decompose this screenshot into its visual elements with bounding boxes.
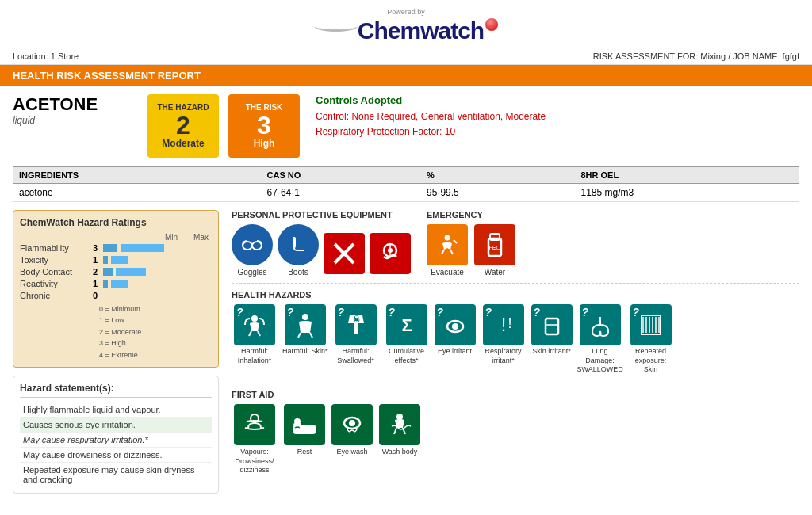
hazard-boxes: THE HAZARD 2 Moderate THE RISK 3 High [147,94,300,158]
rating-value: 2 [87,267,103,277]
controls-text: Control: None Required, General ventilat… [316,109,799,139]
ppe-wave-block [370,233,411,277]
risk-assessment-info: RISK ASSESSMENT FOR: Mixing / JOB NAME: … [593,52,799,61]
col-oel: 8HR OEL [574,166,799,184]
hh-skin-irritant-block: ? Skin irritant* [531,304,573,375]
risk-assessment-label: RISK ASSESSMENT FOR: [593,52,698,61]
risk-box-level: High [254,138,275,149]
ppe-goggles-icon [232,224,273,265]
svg-point-15 [302,314,308,320]
svg-point-7 [388,248,393,253]
emergency-title: EMERGENCY [427,210,515,219]
hh-cumulative-label: Cumulative effects* [384,347,430,365]
ppe-boots-icon [278,224,319,265]
hh-cumulative-icon: ? Σ [386,304,427,345]
svg-text:!: ! [500,314,506,335]
rating-label: Body Contact [20,267,87,277]
svg-point-19 [452,323,458,330]
hazard-stmt-3: May cause respiratory irritation.* [20,433,212,448]
hh-eye-block: ? Eye irritant [435,304,476,375]
ppe-goggles-block: Goggles [232,224,273,277]
rating-label: Toxicity [20,255,87,265]
chemical-form: liquid [13,115,132,126]
ingredient-percent: 95-99.5 [420,184,574,202]
min-label: Min [165,233,178,242]
col-cas: CAS NO [261,166,421,184]
fa-washbody-block: Wash body [379,404,420,475]
hh-skin-block: ? Harmful: Skin* [282,304,328,375]
fa-eyewash-block: Eye wash [331,404,373,475]
fa-washbody-label: Wash body [382,448,418,457]
hh-skin-label: Harmful: Skin* [282,347,328,357]
ppe-wave-icon [370,233,411,274]
fa-vapours-label: Vapours: Drowsiness/ dizziness [232,448,278,475]
emergency-evacuate-icon [427,224,468,265]
ingredient-oel: 1185 mg/m3 [574,184,799,202]
rating-row-flammability: Flammability 3 [20,243,212,253]
location-info: Location: 1 Store [13,52,79,61]
chemical-name-block: ACETONE liquid [13,94,132,126]
left-panel: ChemWatch Hazard Ratings Min Max Flammab… [13,210,219,494]
report-title: HEALTH RISK ASSESSMENT REPORT [13,70,201,82]
svg-text:H₂O: H₂O [489,244,501,251]
rpf-value: 10 [445,126,455,137]
hazard-stmt-1: Highly flammable liquid and vapour. [20,402,212,418]
fa-eyewash-icon [331,404,373,445]
rating-bar-container [103,268,212,276]
emergency-water-block: H₂O Water [474,224,515,277]
hh-cumulative-block: ? Σ Cumulative effects* [384,304,430,375]
health-hazard-icons: ? Harmful: Inhalation* ? Harmful: Skin* [232,304,799,375]
hazard-box-level: Moderate [162,138,204,149]
rpf-label: Respiratory Protection Factor: [316,126,442,137]
hh-skin-irritant-icon: ? [531,304,573,345]
control-value: None Required, General ventilation, Mode… [351,111,546,122]
first-aid-icons: Vapours: Drowsiness/ dizziness Rest Eye … [232,404,799,475]
logo-name: Chemwatch [358,17,484,44]
hh-eye-icon: ? [435,304,476,345]
hh-repeated-block: ? Repeated exposure: Skin [628,304,674,375]
lower-section: ChemWatch Hazard Ratings Min Max Flammab… [13,210,799,494]
ppe-title: PERSONAL PROTECTIVE EQUIPMENT [232,210,411,219]
hh-inhalation-label: Harmful: Inhalation* [232,347,278,365]
hazard-ratings-box: ChemWatch Hazard Ratings Min Max Flammab… [13,210,219,368]
svg-point-30 [349,420,355,426]
rating-bar-max [116,268,146,276]
hazard-statement-box: Hazard statement(s): Highly flammable li… [13,376,219,494]
hh-repeated-icon: ? [630,304,672,345]
rating-bar-min [103,244,117,252]
health-hazards-section: HEALTH HAZARDS ? Harmful: Inhalation* ? [232,290,799,375]
table-row: acetone 67-64-1 95-99.5 1185 mg/m3 [13,184,799,202]
risk-assessment-value: Mixing / JOB NAME: fgfgf [700,52,799,61]
hazard-statement-title: Hazard statement(s): [20,383,212,398]
risk-box: THE RISK 3 High [228,94,300,158]
hazard-stmt-4: May cause drowsiness or dizziness. [20,448,212,463]
emergency-section: EMERGENCY Evacuate H₂O Water [427,210,515,277]
ingredient-name: acetone [13,184,261,202]
fa-rest-icon [284,404,325,445]
ppe-boots-block: Boots [278,224,319,277]
fa-rest-label: Rest [297,448,312,457]
hh-repeated-label: Repeated exposure: Skin [628,347,674,375]
hazard-box-number: 2 [176,113,190,138]
hh-lung-label: Lung Damage: SWALLOWED [577,347,623,375]
controls-title: Controls Adopted [316,94,799,106]
max-label: Max [193,233,209,242]
rating-bar-min [103,256,108,264]
svg-point-31 [396,414,403,420]
svg-point-28 [294,418,301,425]
rating-bar-min [103,280,108,288]
rating-label: Reactivity [20,279,87,288]
hazard-stmt-5: Repeated exposure may cause skin dryness… [20,463,212,486]
rating-bar-max [121,244,164,252]
hh-lung-icon: ? [580,304,621,345]
hh-respiratory-label: Respiratory irritant* [481,347,527,365]
fa-vapours-icon [234,404,275,445]
health-hazards-title: HEALTH HAZARDS [232,290,799,299]
ppe-section: PERSONAL PROTECTIVE EQUIPMENT Goggles [232,210,411,277]
hh-swallowed-block: ? ☠ Harmful: Swallowed* [333,304,379,375]
rating-bar-container [103,244,212,252]
ratings-header: Min Max [20,233,212,242]
svg-point-14 [251,315,258,322]
controls-block: Controls Adopted Control: None Required,… [316,94,799,139]
hh-inhalation-block: ? Harmful: Inhalation* [232,304,278,375]
